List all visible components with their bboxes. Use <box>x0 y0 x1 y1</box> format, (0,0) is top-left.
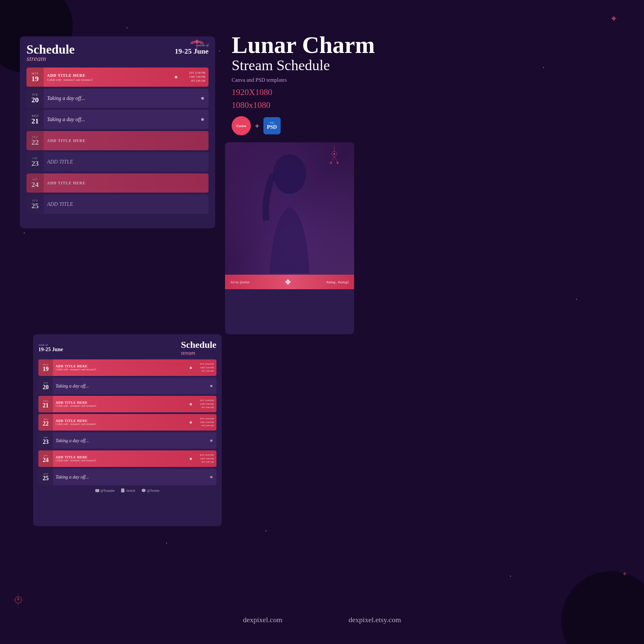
day-number-sat-l: 24 <box>31 181 39 188</box>
row-content-sun-l: ADD TITLE <box>44 199 208 209</box>
sm-content-mon: ADD TITLE HERE Collab with - streamer1 a… <box>53 363 190 372</box>
day-number-fri-l: 23 <box>31 160 39 167</box>
star-6: ✦ <box>165 542 168 545</box>
sm-content-tue: Taking a day off... <box>53 382 210 390</box>
sm-dot-fri <box>210 439 212 442</box>
schedule-row-thu: THU 22 ADD TITLE HERE <box>26 131 208 150</box>
row-content-thu: ADD TITLE HERE <box>44 136 208 145</box>
schedule-row-sat-large: SAT 24 ADD TITLE HERE <box>26 173 208 193</box>
sm-time-mon: EST 12:00 PM GMT 5:00 PM JST 2:00 AM <box>194 361 216 374</box>
title-panel: Lunar Charm Stream Schedule Canva and PS… <box>232 33 397 135</box>
resolution-1: 1920X1080 <box>232 86 397 99</box>
svg-point-5 <box>190 40 197 45</box>
canva-label: Canva <box>236 124 246 128</box>
row-off-text-fri-l: ADD TITLE <box>47 159 73 164</box>
sm-num-sun: 25 <box>43 475 49 481</box>
twitch-label: /twitch <box>126 489 135 492</box>
sm-day-tue: TUE 20 <box>38 378 53 394</box>
sm-content-fri: Taking a day off... <box>53 436 210 445</box>
day-badge-fri-l: FRI 23 <box>26 152 44 171</box>
plus-sign: + <box>255 121 259 130</box>
row-content-wed: Taking a day off... <box>44 115 201 124</box>
sm-dot-sat <box>190 458 192 460</box>
product-subtitle: Stream Schedule <box>232 57 397 74</box>
youtube-icon <box>95 489 99 492</box>
week-block-small-container: week of 19-25 June <box>38 343 63 352</box>
website-2[interactable]: dexpixel.etsy.com <box>348 616 401 624</box>
twitter-link[interactable]: @Twitter <box>142 488 160 492</box>
sm-num-tue: 20 <box>43 384 49 390</box>
sm-day-sat: SAT 24 <box>38 450 53 467</box>
row-off-text-sun-l: ADD TITLE <box>47 201 73 207</box>
art-credit-text: Art by @artist <box>230 280 250 284</box>
deco-bottom-left <box>10 592 26 611</box>
sm-off-fri: Taking a day off... <box>56 438 89 443</box>
twitch-link[interactable]: /twitch <box>121 488 135 492</box>
star-3: ✦ <box>542 66 545 69</box>
schedule-row-fri-large: FRI 23 ADD TITLE <box>26 152 208 171</box>
schedule-cursive: stream <box>26 54 75 63</box>
sm-title-sat: ADD TITLE HERE <box>56 455 187 459</box>
sm-content-sun: Taking a day off... <box>53 473 210 481</box>
psd-top-label: PSD <box>270 121 274 124</box>
schedule-row-wed: WED 21 Taking a day off... <box>26 110 208 129</box>
row-content-fri-l: ADD TITLE <box>44 157 208 167</box>
row-content-mon: ADD TITLE HERE Collab with - streamer1 a… <box>44 71 175 83</box>
bg-circle-br <box>561 571 644 644</box>
schedule-card-large: Schedule stream week of 19-25 June MON 1… <box>20 36 215 228</box>
person-shape <box>243 148 336 275</box>
resolutions: 1920X1080 1080x1080 <box>232 86 397 112</box>
day-badge-sat-l: SAT 24 <box>26 173 44 193</box>
psd-badge: PSD PSD <box>263 117 281 134</box>
time-block-mon: EST 12:00 PM GMT 5:00 PM JST 2:00 AM <box>182 70 208 84</box>
row-title-mon: ADD TITLE HERE <box>47 73 171 78</box>
sm-num-thu: 22 <box>43 421 49 427</box>
sm-row-sat: SAT 24 ADD TITLE HERE Collab with - stre… <box>38 450 216 467</box>
sm-content-wed: ADD TITLE HERE Collab with - streamer1 a… <box>53 399 190 409</box>
twitter-icon <box>142 489 146 492</box>
week-of-small: week of <box>38 343 63 346</box>
card-header-large: Schedule stream week of 19-25 June <box>26 43 208 63</box>
art-tags-text: #arttag , #arttag2 <box>326 280 349 284</box>
day-number-wed: 21 <box>31 117 39 125</box>
sm-time-thu: EST 12:00 PM GMT 5:00 PM JST 2:00 AM <box>194 416 216 429</box>
sm-row-thu: THU 22 ADD TITLE HERE Collab with - stre… <box>38 414 216 431</box>
star-4: ✦ <box>23 232 25 235</box>
svg-point-6 <box>197 40 204 45</box>
row-off-text-wed: Taking a day off... <box>47 116 85 122</box>
sm-dot-sun <box>210 476 212 478</box>
sm-subtitle-wed: Collab with - streamer1 and streamer2 <box>56 404 187 407</box>
twitch-icon <box>121 488 124 492</box>
sm-day-mon: MON 19 <box>38 359 53 376</box>
star-2: ✦ <box>218 50 221 53</box>
star-8: ✦ <box>265 529 267 532</box>
youtube-link[interactable]: @Youtube <box>95 488 115 492</box>
star-7: ✦ <box>509 575 512 578</box>
schedule-title-block: Schedule stream <box>26 43 75 63</box>
resolution-2: 1080x1080 <box>232 99 397 112</box>
sm-off-sun: Taking a day off... <box>56 475 89 480</box>
psd-main-label: PSD <box>267 124 277 130</box>
sm-subtitle-mon: Collab with - streamer1 and streamer2 <box>56 368 187 371</box>
product-title: Lunar Charm <box>232 33 397 57</box>
sm-num-wed: 21 <box>43 402 49 408</box>
sm-row-mon: MON 19 ADD TITLE HERE Collab with - stre… <box>38 359 216 376</box>
deco-bottom-right: ✦ <box>622 570 627 578</box>
card-decor-insect <box>189 38 205 53</box>
twitter-label: @Twitter <box>147 489 160 492</box>
sm-time-wed: EST 12:00 PM GMT 5:00 PM JST 2:00 AM <box>194 397 216 411</box>
sm-num-sat: 24 <box>43 457 49 463</box>
sm-dot-tue <box>210 385 212 387</box>
day-number-mon: 19 <box>31 75 39 82</box>
schedule-row-mon: MON 19 ADD TITLE HERE Collab with - stre… <box>26 68 208 87</box>
row-subtitle-mon: Collab with - streamer1 and streamer2 <box>47 78 171 81</box>
schedule-title-sm: Schedule <box>181 340 216 350</box>
day-badge-wed: WED 21 <box>26 110 44 129</box>
sm-day-fri: FRI 23 <box>38 432 53 449</box>
website-1[interactable]: dexpixel.com <box>243 616 282 624</box>
sm-content-sat: ADD TITLE HERE Collab with - streamer1 a… <box>53 454 190 463</box>
card-header-small: week of 19-25 June Schedule stream <box>38 340 216 356</box>
row-content-tue: Taking a day off... <box>44 93 201 103</box>
row-content-sat-l: ADD TITLE HERE <box>44 179 208 188</box>
schedule-title: Schedule <box>26 43 75 56</box>
